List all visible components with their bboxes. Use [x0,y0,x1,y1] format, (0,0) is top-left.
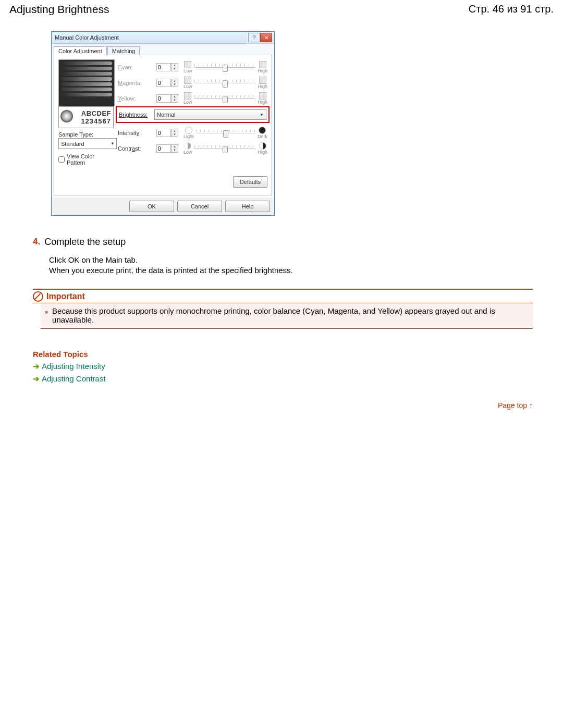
yellow-low-icon [184,92,191,100]
important-heading: Important [46,292,85,301]
yellow-value[interactable] [156,94,171,103]
yellow-slider[interactable] [194,98,256,99]
cancel-button[interactable]: Cancel [177,201,222,212]
arrow-right-icon: ➔ [33,362,40,371]
magenta-high-icon [259,77,266,84]
ok-button[interactable]: OK [129,201,174,212]
related-topics-heading: Related Topics [33,350,554,359]
contrast-spinner[interactable]: ▲▼ [156,144,178,153]
spin-down-icon[interactable]: ▼ [172,67,178,71]
spin-down-icon[interactable]: ▼ [172,149,178,152]
slider-thumb[interactable] [223,80,228,88]
magenta-spinner[interactable]: ▲▼ [156,79,178,87]
contrast-high-icon [259,142,266,150]
magenta-value[interactable] [156,79,171,87]
page-top-link[interactable]: Page top ↑ [9,401,533,410]
intensity-low-label: Light [183,134,194,139]
spin-up-icon[interactable]: ▲ [172,129,178,133]
contrast-high-label: High [258,150,267,155]
cyan-label: Cyan: [118,64,156,70]
page-number: Стр. 46 из 91 стр. [469,3,554,15]
page-top-label: Page top [498,401,527,410]
arrow-right-icon: ➔ [33,374,40,384]
yellow-high-label: High [258,100,267,105]
view-color-pattern-checkbox[interactable]: View Color Pattern [58,153,114,166]
tab-color-adjustment[interactable]: Color Adjustment [54,46,107,55]
slider-thumb[interactable] [223,96,228,103]
slider-thumb[interactable] [223,65,228,72]
slider-thumb[interactable] [223,146,228,153]
intensity-light-icon [185,127,192,134]
cyan-spinner[interactable]: ▲▼ [156,63,178,71]
contrast-low-label: Low [183,150,192,155]
brightness-value: Normal [157,112,175,118]
spin-up-icon[interactable]: ▲ [172,145,178,149]
step-title: Complete the setup [44,237,126,248]
magenta-slider[interactable] [194,83,256,83]
cyan-slider[interactable] [194,67,256,68]
brightness-label: Brightness: [119,112,154,118]
spin-up-icon[interactable]: ▲ [172,95,178,98]
spin-down-icon[interactable]: ▼ [172,133,178,137]
contrast-label: Contrast: [118,145,156,152]
preview-text-line1: ABCDEF [81,109,111,117]
bullet-icon: ■ [45,309,48,324]
related-link-intensity-label: Adjusting Intensity [42,362,105,371]
window-help-button[interactable]: ? [248,33,260,42]
contrast-slider[interactable] [194,149,256,149]
intensity-slider[interactable] [196,133,255,133]
related-link-contrast-label: Adjusting Contrast [42,374,106,383]
step-text-2: When you execute print, the data is prin… [49,265,554,276]
brightness-select[interactable]: Normal ▼ [154,109,266,120]
sample-type-select[interactable]: Standard ▼ [58,138,117,149]
cyan-low-label: Low [183,68,192,73]
yellow-label: Yellow: [118,95,156,102]
magenta-low-icon [184,77,191,84]
contrast-value[interactable] [156,144,171,153]
view-color-pattern-input[interactable] [58,156,65,163]
window-close-button[interactable]: ✕ [260,33,272,42]
tab-matching[interactable]: Matching [107,46,140,55]
preview-text-line2: 1234567 [81,117,111,125]
magenta-label: Magenta: [118,80,156,86]
intensity-label: Intensity: [118,130,156,136]
intensity-high-label: Dark [258,134,267,139]
spin-up-icon[interactable]: ▲ [172,79,178,83]
arrow-up-icon: ↑ [529,401,533,410]
chevron-down-icon: ▼ [260,113,264,117]
step-text-1: Click OK on the Main tab. [49,255,554,265]
related-link-contrast[interactable]: ➔ Adjusting Contrast [33,374,554,384]
cyan-low-icon [184,61,191,68]
spin-down-icon[interactable]: ▼ [172,83,178,87]
related-link-intensity[interactable]: ➔ Adjusting Intensity [33,362,554,371]
cyan-high-label: High [258,68,267,73]
intensity-value[interactable] [156,129,171,137]
contrast-low-icon [184,142,191,150]
preview-pane: ABCDEF 1234567 Sample Type: Standard ▼ V… [58,59,114,188]
preview-text: ABCDEF 1234567 [58,106,114,128]
brightness-row-highlight: Brightness: Normal ▼ [116,106,270,123]
view-color-pattern-label: View Color Pattern [67,153,114,166]
window-title: Manual Color Adjustment [55,34,119,41]
intensity-spinner[interactable]: ▲▼ [156,129,178,137]
sample-type-value: Standard [61,141,84,147]
preview-image [58,59,115,106]
color-wheel-icon [60,110,73,122]
important-icon [33,291,43,302]
page-title: Adjusting Brightness [9,3,109,16]
magenta-low-label: Low [183,84,192,89]
intensity-dark-icon [259,127,266,134]
cyan-value[interactable] [156,63,171,71]
yellow-low-label: Low [183,100,192,105]
yellow-spinner[interactable]: ▲▼ [156,94,178,103]
manual-color-adjustment-window: Manual Color Adjustment ? ✕ Color Adjust… [51,31,275,216]
help-button[interactable]: Help [225,201,270,212]
defaults-button[interactable]: Defaults [233,176,267,188]
chevron-down-icon: ▼ [111,141,116,146]
spin-down-icon[interactable]: ▼ [172,98,178,102]
yellow-high-icon [259,92,266,100]
sample-type-label: Sample Type: [58,131,114,138]
magenta-high-label: High [258,84,267,89]
spin-up-icon[interactable]: ▲ [172,64,178,67]
slider-thumb[interactable] [223,130,228,138]
